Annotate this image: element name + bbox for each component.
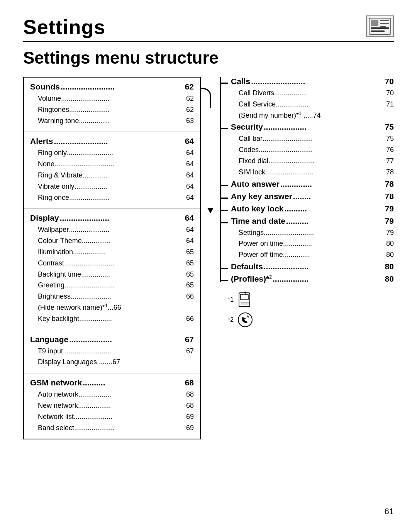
time-date-header: Time and date .......... 79 (231, 216, 394, 226)
gsm-page: 68 (185, 378, 194, 387)
display-wallpaper: Wallpaper ..................... 64 (30, 224, 194, 235)
alerts-label: Alerts (30, 137, 53, 146)
display-label: Display (30, 213, 59, 223)
alerts-ring-only: Ring only ........................ 64 (30, 147, 194, 159)
page-title: Settings (23, 15, 105, 39)
language-dots: ................... (69, 335, 184, 344)
calls-diverts: Call Diverts ................. 70 (231, 88, 394, 99)
sounds-dots: ........................ (61, 82, 184, 91)
language-page: 67 (185, 335, 194, 344)
right-auto-answer-row: Auto answer .............. 78 (220, 179, 394, 190)
security-hline (220, 128, 228, 129)
calls-send-number: (Send my number)*1 ..... 74 (231, 110, 394, 121)
svg-rect-5 (371, 27, 389, 29)
display-dots: ...................... (60, 213, 184, 223)
display-contrast: Contrast .......................... 65 (30, 258, 194, 269)
page-number: 61 (385, 507, 394, 517)
calls-content: Calls ........................ 70 Call D… (228, 77, 394, 121)
svg-rect-4 (380, 26, 386, 27)
display-brightness: Brightness ..................... 66 (30, 291, 194, 302)
security-header: Security ................... 75 (231, 122, 394, 132)
svg-rect-8 (241, 294, 248, 300)
alerts-vibrate-only: Vibrate only ................. 64 (30, 181, 194, 192)
defaults-content: Defaults .................... 80 (228, 262, 394, 273)
time-date-hline (220, 222, 228, 223)
language-label: Language (30, 335, 68, 344)
time-settings: Settings .......................... 79 (231, 227, 394, 238)
language-display: Display Languages ....... 67 (30, 356, 194, 368)
right-security-row: Security ................... 75 Call bar… (220, 122, 394, 177)
sounds-volume: Volume ......................... 62 (30, 93, 194, 104)
defaults-header: Defaults .................... 80 (231, 262, 394, 271)
any-key-content: Any key answer ........ 78 (228, 192, 394, 203)
curve-connector-svg (201, 84, 220, 108)
gsm-label: GSM network (30, 378, 82, 387)
auto-answer-header: Auto answer .............. 78 (231, 179, 394, 189)
display-greeting: Greeting .......................... 65 (30, 280, 194, 291)
display-illumination: Illumination ................. 65 (30, 247, 194, 258)
calls-header: Calls ........................ 70 (231, 77, 394, 86)
gsm-new-network: New network ................. 68 (30, 400, 194, 411)
right-time-date-row: Time and date .......... 79 Settings ...… (220, 216, 394, 260)
language-t9: T9 input ......................... 67 (30, 346, 194, 357)
display-backlight-time: Backlight time ............... 65 (30, 269, 194, 280)
svg-rect-2 (380, 20, 389, 21)
header-icon (366, 15, 394, 37)
group-alerts: Alerts ........................ 64 Ring … (24, 132, 200, 209)
security-call-bar: Call bar .......................... 75 (231, 133, 394, 144)
gsm-band-select: Band select ..................... 69 (30, 422, 194, 434)
defaults-hline (220, 268, 228, 269)
sounds-page: 62 (185, 82, 194, 91)
calls-hline (220, 83, 228, 84)
alerts-none: None ............................... 64 (30, 159, 194, 170)
display-page: 64 (185, 213, 194, 223)
alerts-dots: ........................ (54, 137, 184, 146)
time-power-off: Power off time .............. 80 (231, 249, 394, 260)
arrow-down-icon (207, 208, 214, 213)
sounds-label: Sounds (30, 82, 60, 91)
right-calls-row: Calls ........................ 70 Call D… (220, 77, 394, 121)
footnotes: *1 *2 (228, 291, 394, 328)
svg-point-14 (238, 313, 252, 327)
svg-rect-6 (371, 30, 385, 32)
sim-card-icon (237, 291, 254, 308)
group-gsm: GSM network .......... 68 Auto network .… (24, 373, 200, 439)
footnote-1-mark: *1 (228, 296, 234, 303)
right-auto-lock-row: Auto key lock .......... 79 (220, 204, 394, 215)
auto-lock-hline (220, 210, 228, 211)
section-title: Settings menu structure (23, 48, 394, 68)
left-column: Sounds ........................ 62 Volum… (23, 77, 201, 439)
time-date-content: Time and date .......... 79 Settings ...… (228, 216, 394, 260)
right-profiles-row: (Profiles)*2 ................ 80 (220, 274, 394, 285)
auto-answer-hline (220, 185, 228, 186)
gsm-network-list: Network list .................... 69 (30, 411, 194, 422)
footnote-2: *2 (228, 311, 394, 328)
auto-lock-header: Auto key lock .......... 79 (231, 204, 394, 213)
display-colour-theme: Colour Theme ............... 64 (30, 235, 194, 247)
alerts-page: 64 (185, 137, 194, 146)
any-key-header: Any key answer ........ 78 (231, 192, 394, 201)
security-codes: Codes ............................ 76 (231, 144, 394, 155)
gsm-auto-network: Auto network ................. 68 (30, 389, 194, 400)
any-key-hline (220, 198, 228, 199)
auto-answer-content: Auto answer .............. 78 (228, 179, 394, 190)
display-hide-network: (Hide network name)*1... 66 (30, 302, 194, 313)
svg-rect-1 (371, 20, 378, 26)
display-key-backlight: Key backlight ................. 66 (30, 313, 194, 324)
security-sim-lock: SIM lock ......................... 78 (231, 167, 394, 178)
profiles-header: (Profiles)*2 ................ 80 (231, 274, 394, 284)
group-language: Language ................... 67 T9 input… (24, 330, 200, 374)
footnote-2-mark: *2 (228, 316, 234, 323)
group-display: Display ...................... 64 Wallpa… (24, 209, 200, 330)
svg-rect-3 (380, 23, 389, 24)
menu-structure: Sounds ........................ 62 Volum… (23, 77, 394, 439)
sounds-warning-tone: Warning tone ................ 63 (30, 115, 194, 127)
right-column: Calls ........................ 70 Call D… (220, 77, 394, 328)
profiles-content: (Profiles)*2 ................ 80 (228, 274, 394, 285)
security-fixed-dial: Fixed dial ........................ 77 (231, 155, 394, 167)
calls-service: Call Service ................. 71 (231, 99, 394, 110)
right-spine (220, 77, 221, 282)
phone-icon (237, 311, 254, 328)
gsm-dots: .......... (83, 378, 184, 387)
page-header: Settings (23, 15, 394, 42)
